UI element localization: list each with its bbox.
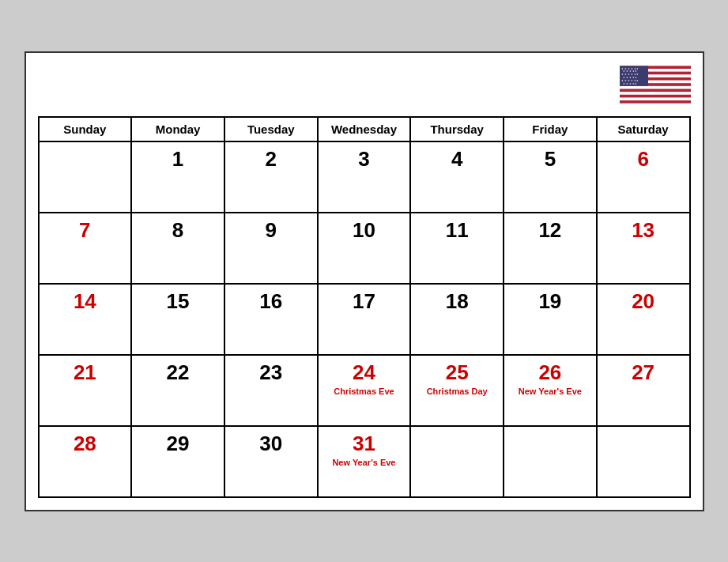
day-number: 15 <box>135 289 221 314</box>
calendar-cell: 7 <box>39 213 132 284</box>
calendar-cell: 25Christmas Day <box>410 355 504 426</box>
calendar-cell: 8 <box>131 213 224 284</box>
calendar-cell: 6 <box>597 141 690 213</box>
calendar-cell: 30 <box>224 426 318 497</box>
calendar-cell: 13 <box>597 213 690 284</box>
calendar-cell: 11 <box>410 213 504 284</box>
calendar-cell: 20 <box>597 284 690 355</box>
calendar-cell: 12 <box>504 213 597 284</box>
calendar-cell <box>597 426 690 497</box>
holiday-label: New Year's Eve <box>507 387 593 397</box>
day-number: 23 <box>228 360 314 385</box>
day-number: 7 <box>43 218 128 243</box>
calendar-cell: 4 <box>410 141 504 213</box>
calendar-container: ★★★★★★ ★★★★★ ★★★★★★ ★★★★★ ★★★★★★ ★★★★★ S… <box>25 51 704 511</box>
calendar-cell: 19 <box>504 284 597 355</box>
calendar-cell: 2 <box>224 141 318 213</box>
day-number: 13 <box>601 218 686 243</box>
day-number: 20 <box>601 289 686 314</box>
day-number: 19 <box>507 289 593 314</box>
calendar-cell: 22 <box>131 355 224 426</box>
calendar-cell: 18 <box>410 284 504 355</box>
day-number: 6 <box>601 147 686 172</box>
weekday-header-tuesday: Tuesday <box>224 117 318 141</box>
day-number: 8 <box>135 218 221 243</box>
day-number: 14 <box>43 289 128 314</box>
svg-text:★: ★ <box>632 81 634 85</box>
day-number: 18 <box>414 289 500 314</box>
weekday-header-thursday: Thursday <box>410 117 504 141</box>
day-number: 29 <box>135 432 221 456</box>
calendar-cell: 14 <box>39 284 132 355</box>
week-row-1: 123456 <box>39 141 690 213</box>
day-number: 2 <box>228 147 314 172</box>
calendar-cell: 16 <box>224 284 318 355</box>
day-number: 25 <box>414 360 500 385</box>
day-number: 11 <box>414 218 500 243</box>
calendar-cell <box>410 426 504 497</box>
day-number: 28 <box>43 432 128 456</box>
day-number: 12 <box>507 218 593 243</box>
holiday-label: Christmas Day <box>414 387 500 397</box>
day-number: 27 <box>601 360 686 385</box>
holiday-label: New Year's Eve <box>322 458 407 468</box>
calendar-cell: 3 <box>318 141 411 213</box>
calendar-cell: 26New Year's Eve <box>504 355 597 426</box>
weekday-header-sunday: Sunday <box>39 117 132 141</box>
holiday-label: Christmas Eve <box>322 387 407 397</box>
svg-rect-5 <box>620 92 691 95</box>
day-number: 16 <box>228 289 314 314</box>
calendar-cell: 10 <box>318 213 411 284</box>
day-number: 31 <box>322 432 407 456</box>
week-row-2: 78910111213 <box>39 213 690 284</box>
calendar-cell: 23 <box>224 355 318 426</box>
day-number: 17 <box>322 289 407 314</box>
calendar-cell: 1 <box>131 141 224 213</box>
day-number: 24 <box>322 360 407 385</box>
svg-text:★: ★ <box>623 81 625 85</box>
us-flag: ★★★★★★ ★★★★★ ★★★★★★ ★★★★★ ★★★★★★ ★★★★★ <box>620 61 691 108</box>
day-number: 5 <box>507 147 593 172</box>
week-row-3: 14151617181920 <box>39 284 690 355</box>
day-number: 4 <box>414 147 500 172</box>
weekday-header-friday: Friday <box>504 117 597 141</box>
svg-text:★: ★ <box>628 81 631 85</box>
calendar-cell: 5 <box>504 141 597 213</box>
calendar-cell: 9 <box>224 213 318 284</box>
calendar-cell <box>39 141 132 213</box>
day-number: 9 <box>228 218 314 243</box>
calendar-table: SundayMondayTuesdayWednesdayThursdayFrid… <box>38 116 691 498</box>
weekday-header-monday: Monday <box>131 117 224 141</box>
calendar-cell: 15 <box>131 284 224 355</box>
svg-text:★: ★ <box>635 81 637 85</box>
calendar-cell: 17 <box>318 284 411 355</box>
calendar-cell: 31New Year's Eve <box>318 426 411 497</box>
day-number: 26 <box>507 360 593 385</box>
day-number: 30 <box>228 432 314 456</box>
day-number: 3 <box>322 147 407 172</box>
svg-rect-4 <box>620 85 691 89</box>
calendar-cell: 28 <box>39 426 132 497</box>
weekday-header-saturday: Saturday <box>597 117 690 141</box>
day-number: 22 <box>135 360 221 385</box>
day-number: 10 <box>322 218 407 243</box>
calendar-cell: 24Christmas Eve <box>318 355 411 426</box>
calendar-cell <box>504 426 597 497</box>
svg-rect-6 <box>620 97 691 100</box>
svg-text:★: ★ <box>626 81 628 85</box>
calendar-cell: 27 <box>597 355 690 426</box>
calendar-header: ★★★★★★ ★★★★★ ★★★★★★ ★★★★★ ★★★★★★ ★★★★★ <box>38 61 691 108</box>
weekday-header-wednesday: Wednesday <box>318 117 411 141</box>
day-number: 21 <box>43 360 128 385</box>
week-row-5: 28293031New Year's Eve <box>39 426 690 497</box>
calendar-cell: 29 <box>131 426 224 497</box>
calendar-cell: 21 <box>39 355 132 426</box>
day-number: 1 <box>135 147 221 172</box>
week-row-4: 21222324Christmas Eve25Christmas Day26Ne… <box>39 355 690 426</box>
